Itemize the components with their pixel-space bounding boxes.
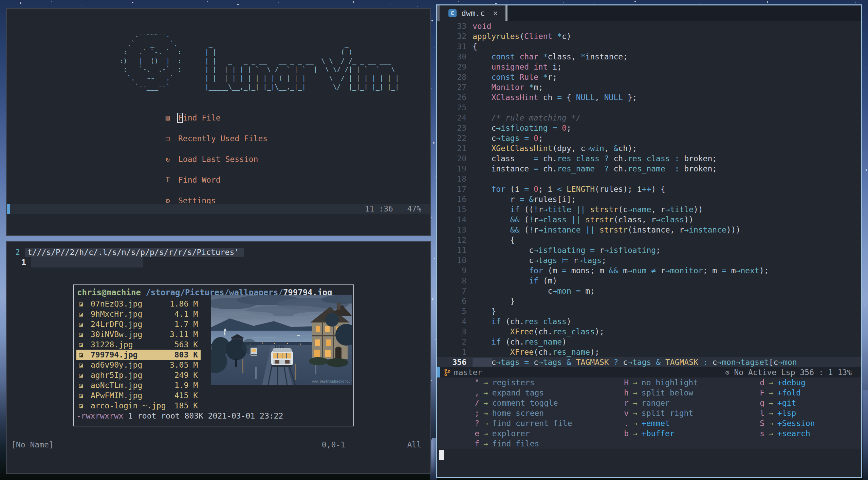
code-line[interactable]: 29 unsigned int i; [437,62,861,72]
code-line[interactable]: 16 r = &rules[i]; [437,194,861,204]
line-number: 2 [437,337,466,346]
line-number: 14 [437,215,466,224]
whichkey-key: . [614,419,629,428]
whichkey-binding: s→+search [750,428,815,439]
whichkey-binding: F→+fold [750,388,815,398]
code-line[interactable]: 7 c→mon = m; [437,286,861,296]
code-line[interactable]: 28 const Rule *r; [437,72,861,82]
window-editor-dwm[interactable]: C dwm.c × 33void32applyrules(Client *c)3… [436,4,862,478]
code-line[interactable]: 14 && (!r→class || strstr(class, r→class… [437,215,861,225]
code-line[interactable]: 22 c→tags = 0; [437,133,861,143]
code-line[interactable]: 4 if (ch.res_class) [437,316,861,327]
window-scratch-buffer[interactable]: 2 t///s/P//2/h/c/.l/s/n/s/p/p/s/r/r/s/Pi… [6,241,431,474]
whichkey-binding: h→split below [614,388,698,398]
tab-close-icon[interactable]: × [493,8,498,18]
file-row[interactable]: ◪799794.jpg803 K [76,350,201,360]
code-area[interactable]: 33void32applyrules(Client *c)31{30 const… [437,21,861,367]
code-line[interactable]: 6 } [437,296,861,306]
whichkey-label: registers [492,378,535,387]
code-line[interactable]: 23 c→isfloating = 0; [437,123,861,133]
code-line[interactable]: 21 XGetClassHint(dpy, c→win, &ch); [437,143,861,153]
code-line[interactable]: 1 XFree(ch.res_name); [437,347,861,357]
ranger-preview-popup[interactable]: chris@machine /storag/Pictures/wallpaper… [73,284,354,426]
code-text: c→tags ⊨ r→tags; [473,256,606,265]
whichkey-arrow-icon: → [483,439,488,448]
code-line[interactable]: 25 [437,103,861,113]
menu-item-load-last-session[interactable]: ↻Load Last Session [163,154,267,164]
line-number: 22 [437,134,466,143]
window-lunarvim-dashboard[interactable]: .--~~~--. .` _ `. _ _ : .` `-. ` : | | _… [6,8,431,236]
code-line[interactable]: 356 c→tags = c→tags & TAGMASK ? c→tags &… [437,357,861,367]
line-number: 18 [437,174,466,183]
file-row[interactable]: ◪31228.jpg563 K [76,339,201,350]
whichkey-label: +emmet [642,419,670,428]
file-row[interactable]: ◪07nEzQ3.jpg1.86 M [76,299,201,309]
file-size: 803 K [174,350,198,359]
code-line[interactable]: 20 class = ch.res_class ? ch.res_class :… [437,153,861,164]
file-row[interactable]: ◪APwFMIM.jpg415 K [76,390,201,401]
code-line[interactable]: 2 if (ch.res_name) [437,337,861,347]
file-row[interactable]: ◪ad6v90y.jpg3.05 M [76,360,201,370]
image-file-icon: ◪ [79,351,91,358]
whichkey-key: e [464,429,479,438]
c-language-icon: C [448,9,457,17]
code-line[interactable]: 9 for (m = mons; m && m→num ≠ r→monitor;… [437,265,861,276]
code-line[interactable]: 10 c→tags ⊨ r→tags; [437,255,861,265]
code-line[interactable]: 5 } [437,306,861,316]
code-text: } [473,297,515,306]
code-line[interactable]: 32applyrules(Client *c) [437,31,861,41]
image-file-icon: ◪ [79,371,91,379]
file-size: 249 K [174,371,198,380]
code-line[interactable]: 17 for (i = 0; i < LENGTH(rules); i++) { [437,184,861,194]
code-line[interactable]: 27 Monitor *m; [437,82,861,92]
code-line[interactable]: 30 const char *class, *instance; [437,52,861,62]
code-line[interactable]: 3 XFree(ch.res_class); [437,327,861,337]
menu-item-find-word[interactable]: TFind Word [163,175,267,185]
whichkey-binding: S→+Session [750,418,815,428]
file-name: 30iNVBw.jpg [91,330,142,339]
file-row[interactable]: ◪aghr5Ip.jpg249 K [76,370,201,380]
code-line[interactable]: 31{ [437,41,861,52]
menu-item-icon: ❐ [163,134,172,143]
whichkey-binding: .→+emmet [614,418,698,428]
image-file-icon: ◪ [79,341,91,348]
cursorline-highlight [31,257,143,267]
whichkey-binding: g→+git [750,398,815,408]
code-line[interactable]: 13 && (!r→instance || strstr(instance, r… [437,225,861,235]
code-line[interactable]: 8 if (m) [437,276,861,286]
dashboard-cursor [177,113,183,123]
file-size: 185 K [174,401,198,410]
code-text: class = ch.res_class ? ch.res_class : br… [473,154,717,163]
whichkey-binding: l→+lsp [750,408,815,418]
code-text: && (!r→class || strstr(class, r→class)) [473,215,694,224]
menu-item-label: Find File [178,113,221,122]
code-line[interactable]: 24 /* rule matching */ [437,113,861,123]
code-line[interactable]: 26 XClassHint ch = { NULL, NULL }; [437,92,861,103]
file-row[interactable]: ◪9hMxcHr.jpg4.1 M [76,309,201,319]
file-name: arco-login—~.jpg [91,401,166,410]
code-text: c→isfloating = r→isfloating; [473,246,661,255]
code-line[interactable]: 19 instance = ch.res_name ? ch.res_name … [437,164,861,174]
code-text: const char *class, *instance; [473,52,628,61]
file-row[interactable]: ◪30iNVBw.jpg3.11 M [76,329,201,339]
code-line[interactable]: 18 [437,174,861,184]
cable-car [271,348,293,367]
whichkey-arrow-icon: → [633,378,638,387]
whichkey-panel: "→registers,→expand tags/→comment toggle… [437,377,861,449]
file-name: aoNcTLm.jpg [91,381,142,390]
tab-dwm-c[interactable]: C dwm.c × [440,5,505,21]
code-line[interactable]: 15 if ((!r→title || strstr(c→name, r→tit… [437,204,861,215]
line-number: 1 [437,348,466,356]
menu-item-recently-used-files[interactable]: ❐Recently Used Files [163,133,267,144]
whichkey-key: F [750,388,764,397]
line-number: 7 [437,287,466,295]
whichkey-binding: /→comment toggle [464,398,572,408]
code-line[interactable]: 12 { [437,235,861,245]
file-row[interactable]: ◪24LrDFQ.jpg1.7 M [76,319,201,329]
code-line[interactable]: 33void [437,21,861,31]
file-row[interactable]: ◪aoNcTLm.jpg1.9 M [76,380,201,390]
file-row[interactable]: ◪arco-login—~.jpg185 K [76,401,201,411]
code-line[interactable]: 11 c→isfloating = r→isfloating; [437,245,861,255]
file-size: 4.1 M [174,310,198,318]
whichkey-column: "→registers,→expand tags/→comment toggle… [464,377,572,449]
